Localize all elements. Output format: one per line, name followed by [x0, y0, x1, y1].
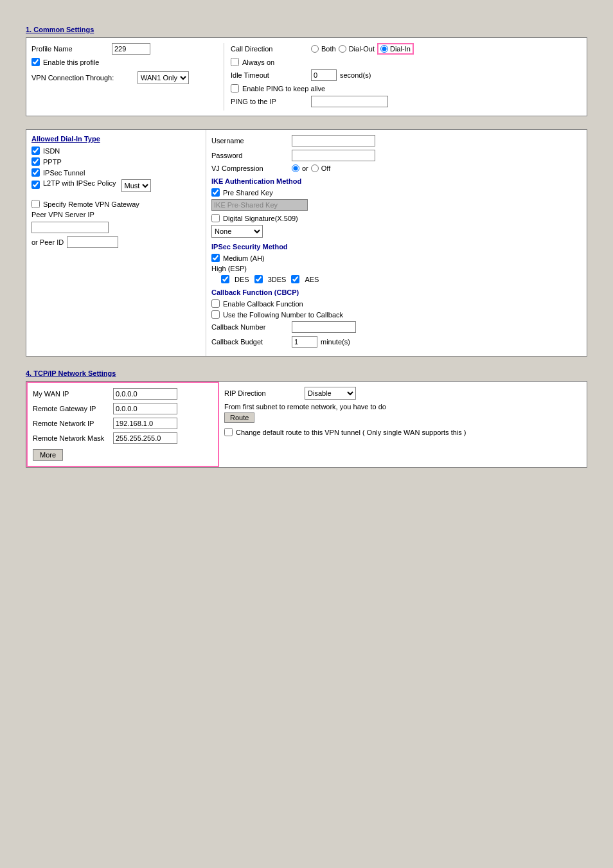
radio-dialout-label: Dial-Out: [349, 45, 375, 53]
vj-compression-label: VJ Compression: [211, 164, 289, 172]
specify-remote-checkbox[interactable]: [31, 200, 40, 208]
common-settings-title: 1. Common Settings: [26, 26, 587, 33]
ike-auth-title: IKE Authentication Method: [211, 177, 582, 185]
callback-budget-input[interactable]: [292, 336, 317, 348]
always-on-checkbox[interactable]: [231, 58, 239, 66]
radio-both[interactable]: [311, 45, 319, 53]
ping-ip-label: PING to the IP: [231, 98, 308, 105]
medium-label: Medium (AH): [223, 254, 265, 262]
enable-profile-checkbox[interactable]: [31, 58, 40, 66]
peer-id-input[interactable]: [67, 236, 118, 248]
use-following-label: Use the Following Number to Callback: [223, 311, 343, 319]
radio-dialout[interactable]: [339, 45, 346, 53]
callback-budget-label: Callback Budget: [211, 338, 289, 346]
ipsec-label: IPSec Tunnel: [43, 169, 85, 177]
idle-timeout-label: Idle Timeout: [231, 71, 308, 79]
l2tp-checkbox[interactable]: [31, 181, 40, 189]
peer-id-label: or Peer ID: [31, 238, 64, 246]
idle-timeout-unit: second(s): [340, 71, 371, 79]
allowed-type-title: Allowed Dial-In Type: [31, 135, 200, 143]
ike-pre-shared-key-input[interactable]: [211, 199, 308, 211]
isdn-checkbox[interactable]: [31, 146, 40, 155]
rip-direction-select[interactable]: Disable: [305, 387, 356, 400]
always-on-label: Always on: [242, 58, 319, 66]
rip-direction-label: RIP Direction: [224, 389, 301, 397]
ipsec-security-title: IPSec Security Method: [211, 243, 582, 251]
des3-checkbox[interactable]: [254, 275, 263, 283]
callback-title: Callback Function (CBCP): [211, 288, 582, 296]
digital-sig-label: Digital Signature(X.509): [223, 215, 298, 222]
pre-shared-key-checkbox[interactable]: [211, 188, 220, 197]
tcp-settings-title: 4. TCP/IP Network Settings: [26, 369, 587, 377]
password-label: Password: [211, 152, 289, 159]
remote-network-label: Remote Network IP: [33, 420, 110, 427]
high-label: High (ESP): [211, 265, 247, 272]
isdn-label: ISDN: [43, 147, 60, 155]
my-wan-ip-input[interactable]: [113, 388, 177, 400]
remote-mask-label: Remote Network Mask: [33, 434, 110, 442]
vj-radio-off[interactable]: [311, 164, 319, 172]
remote-mask-input[interactable]: [113, 432, 177, 444]
pre-shared-key-label: Pre Shared Key: [223, 189, 273, 197]
radio-both-label: Both: [321, 45, 336, 53]
ipsec-checkbox[interactable]: [31, 168, 40, 177]
des-label: DES: [235, 276, 249, 283]
enable-callback-label: Enable Callback Function: [223, 300, 303, 308]
idle-timeout-input[interactable]: [311, 69, 337, 81]
profile-name-input[interactable]: [112, 43, 150, 55]
ping-ip-input[interactable]: [311, 96, 388, 107]
pptp-label: PPTP: [43, 158, 62, 166]
specify-remote-label: Specify Remote VPN Gateway: [43, 200, 139, 208]
use-following-checkbox[interactable]: [211, 310, 220, 319]
radio-dialin[interactable]: [380, 45, 388, 53]
vpn-through-label: VPN Connection Through:: [31, 74, 134, 82]
radio-dialin-label: Dial-In: [390, 45, 411, 53]
call-direction-label: Call Direction: [231, 45, 308, 53]
username-input[interactable]: [292, 135, 375, 146]
pptp-checkbox[interactable]: [31, 157, 40, 166]
enable-callback-checkbox[interactable]: [211, 299, 220, 308]
vpn-through-select[interactable]: WAN1 Only: [138, 71, 189, 84]
callback-budget-unit: minute(s): [321, 338, 350, 346]
change-default-route-label: Change default route to this VPN tunnel …: [236, 429, 466, 436]
username-label: Username: [211, 137, 289, 145]
profile-name-label: Profile Name: [31, 45, 109, 53]
medium-checkbox[interactable]: [211, 254, 220, 262]
des-checkbox[interactable]: [221, 275, 229, 283]
route-button[interactable]: Route: [224, 412, 254, 423]
remote-gateway-label: Remote Gateway IP: [33, 405, 110, 412]
vj-off-label: Off: [321, 164, 330, 172]
callback-number-input[interactable]: [292, 321, 356, 333]
from-first-subnet-text: From first subnet to remote network, you…: [224, 403, 582, 411]
vj-or-label: or: [302, 164, 308, 172]
enable-ping-label: Enable PING to keep alive: [242, 85, 325, 93]
aes-checkbox[interactable]: [291, 275, 299, 283]
my-wan-ip-label: My WAN IP: [33, 390, 110, 398]
aes-label: AES: [305, 276, 319, 283]
peer-vpn-label: Peer VPN Server IP: [31, 211, 94, 218]
vj-radio-on[interactable]: [292, 164, 299, 172]
enable-profile-label: Enable this profile: [43, 58, 120, 66]
change-default-route-checkbox[interactable]: [224, 428, 233, 436]
remote-gateway-input[interactable]: [113, 403, 177, 414]
digital-sig-select[interactable]: None: [211, 225, 263, 238]
more-button[interactable]: More: [33, 449, 63, 461]
password-input[interactable]: [292, 150, 375, 161]
peer-vpn-ip-input[interactable]: [31, 222, 109, 233]
digital-sig-checkbox[interactable]: [211, 214, 220, 222]
callback-number-label: Callback Number: [211, 323, 289, 331]
des3-label: 3DES: [268, 276, 287, 283]
remote-network-input[interactable]: [113, 418, 177, 429]
enable-ping-checkbox[interactable]: [231, 84, 239, 93]
l2tp-label: L2TP with IPSec Policy: [43, 179, 116, 187]
l2tp-policy-select[interactable]: Must: [121, 179, 151, 192]
